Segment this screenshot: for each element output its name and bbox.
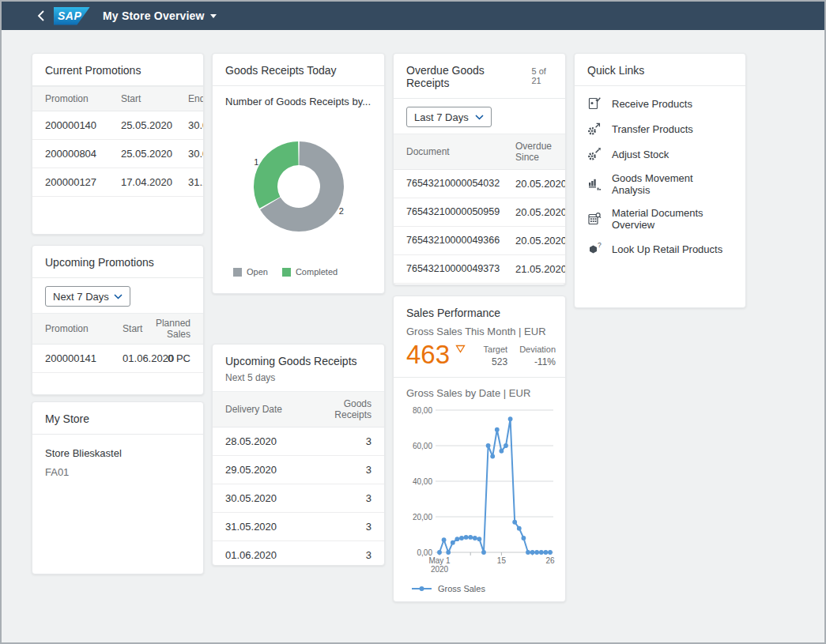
table-row[interactable]: 20000080425.05.202030.05.2020 bbox=[32, 140, 203, 168]
table-row[interactable]: 7654321000005096621.05.2020 bbox=[394, 284, 565, 286]
column-header: End bbox=[182, 87, 203, 111]
back-chevron-icon bbox=[36, 9, 46, 23]
upcoming-promotions-table: PromotionStartPlanned Sales 20000014101.… bbox=[32, 313, 203, 373]
overdue-goods-receipts-timeframe-select[interactable]: Last 7 Days bbox=[406, 107, 492, 127]
card-overdue-goods-receipts: Overdue Goods Receipts 5 of 21 Last 7 Da… bbox=[393, 53, 566, 285]
kpi-row: 463 Target 523 Deviation -11% bbox=[394, 341, 565, 377]
table-cell: 31.12.2030 bbox=[182, 168, 203, 197]
card-goods-receipts-today: Goods Receipts Today Number of Goods Rec… bbox=[212, 53, 385, 294]
quick-links-list: Receive Products Transfer Products bbox=[575, 91, 745, 262]
target-label: Target bbox=[484, 345, 508, 354]
table-cell: 25.05.2020 bbox=[115, 140, 182, 168]
card-title: Sales Performance bbox=[394, 296, 565, 328]
card-current-promotions: Current Promotions PromotionStartEnd 200… bbox=[32, 53, 204, 235]
chevron-down-icon bbox=[114, 294, 123, 299]
table-row[interactable]: 01.06.20203 bbox=[213, 541, 384, 567]
quick-link-look-up-retail-products[interactable]: ? Look Up Retail Products bbox=[575, 236, 745, 262]
table-row[interactable]: 28.05.20203 bbox=[213, 427, 384, 456]
table-row[interactable]: 30.05.20203 bbox=[213, 484, 384, 513]
table-cell: 01.06.2020 bbox=[213, 541, 299, 567]
legend-swatch-completed bbox=[282, 268, 291, 277]
quick-link-goods-movement-analysis[interactable]: Goods Movement Analysis bbox=[575, 167, 745, 201]
legend-label: Completed bbox=[296, 267, 338, 277]
quick-link-label: Receive Products bbox=[612, 98, 692, 110]
quick-link-label: Adjust Stock bbox=[612, 149, 669, 160]
legend-item-open[interactable]: Open bbox=[233, 267, 268, 277]
table-row[interactable]: 7654321000004937321.05.2020 bbox=[394, 255, 565, 284]
table-row[interactable]: 7654321000005403220.05.2020 bbox=[394, 170, 565, 198]
donut-legend: Open Completed bbox=[213, 262, 384, 277]
quick-link-transfer-products[interactable]: Transfer Products bbox=[575, 116, 745, 141]
quick-link-label: Material Documents Overview bbox=[612, 207, 733, 231]
table-cell: 28.05.2020 bbox=[213, 427, 299, 456]
column-header: Goods Receipts bbox=[299, 392, 385, 427]
legend-label: Open bbox=[247, 267, 268, 277]
table-cell: 20.05.2020 bbox=[509, 170, 565, 198]
kpi-deviation: Deviation -11% bbox=[519, 345, 556, 367]
table-cell: 01.06.2020 bbox=[116, 345, 140, 373]
table-row[interactable]: 20000012717.04.202031.12.2030 bbox=[32, 168, 203, 197]
quick-link-label: Transfer Products bbox=[612, 123, 693, 135]
table-cell: 200000804 bbox=[32, 140, 115, 168]
transfer-products-icon bbox=[587, 122, 602, 136]
card-sales-performance: Sales Performance Gross Sales This Month… bbox=[393, 296, 566, 602]
table-cell: 76543210000050966 bbox=[394, 284, 509, 286]
svg-text:?: ? bbox=[598, 242, 602, 249]
app-title-menu[interactable]: My Store Overview bbox=[103, 9, 217, 22]
upcoming-goods-receipts-table: Delivery DateGoods Receipts 28.05.202032… bbox=[213, 391, 384, 566]
table-row[interactable]: 20000014025.05.202030.05.2020 bbox=[32, 111, 203, 140]
legend-item-completed[interactable]: Completed bbox=[282, 267, 338, 277]
svg-text:40,00: 40,00 bbox=[413, 477, 432, 486]
sap-logo: SAP bbox=[54, 7, 90, 25]
card-title: Overdue Goods Receipts bbox=[394, 54, 532, 98]
back-button[interactable] bbox=[36, 9, 46, 23]
quick-link-receive-products[interactable]: Receive Products bbox=[575, 91, 745, 116]
table-cell: 21.05.2020 bbox=[509, 284, 565, 286]
select-value: Last 7 Days bbox=[414, 111, 469, 123]
table-cell: 30.05.2020 bbox=[213, 484, 299, 513]
svg-text:2020: 2020 bbox=[431, 565, 449, 574]
store-name: Store Blieskastel bbox=[32, 435, 203, 459]
table-cell: 3 bbox=[299, 484, 385, 513]
table-row[interactable]: 20000014101.06.20200 PC bbox=[32, 345, 203, 373]
chart-title: Gross Sales by Date | EUR bbox=[394, 378, 565, 401]
card-title: Goods Receipts Today bbox=[213, 54, 384, 86]
quick-link-label: Goods Movement Analysis bbox=[612, 172, 733, 196]
quick-link-adjust-stock[interactable]: Adjust Stock bbox=[575, 141, 745, 167]
adjust-stock-icon bbox=[587, 147, 602, 161]
column-header: Start bbox=[115, 87, 182, 111]
table-cell: 76543210000049366 bbox=[394, 227, 509, 255]
table-cell: 200000141 bbox=[32, 345, 116, 373]
svg-text:60,00: 60,00 bbox=[413, 442, 432, 450]
gross-sales-line-chart: 0,0020,0040,0060,0080,00May 120201526 bbox=[402, 401, 556, 579]
legend-swatch-open bbox=[233, 268, 242, 277]
upcoming-promotions-timeframe-select[interactable]: Next 7 Days bbox=[45, 286, 130, 307]
card-title: Upcoming Goods Receipts bbox=[213, 345, 384, 376]
record-count: 5 of 21 bbox=[532, 66, 556, 85]
column-header: Planned Sales bbox=[140, 314, 203, 345]
table-row[interactable]: 31.05.20203 bbox=[213, 513, 384, 541]
chevron-down-icon bbox=[475, 115, 484, 120]
card-quick-links: Quick Links Receive Products bbox=[574, 53, 746, 308]
table-row[interactable]: 7654321000004936620.05.2020 bbox=[394, 227, 565, 255]
card-upcoming-goods-receipts: Upcoming Goods Receipts Next 5 days Deli… bbox=[212, 344, 385, 566]
svg-text:80,00: 80,00 bbox=[413, 406, 432, 415]
chart-title: Number of Goods Receipts by... bbox=[213, 86, 384, 107]
column-header: Delivery Date bbox=[213, 392, 299, 427]
chevron-down-icon bbox=[210, 14, 217, 18]
card-title: My Store bbox=[32, 402, 203, 435]
legend-label: Gross Sales bbox=[438, 584, 485, 593]
table-cell: 76543210000050959 bbox=[394, 198, 509, 227]
sap-logo-text: SAP bbox=[54, 9, 81, 22]
table-cell: 200000140 bbox=[32, 111, 115, 140]
table-row[interactable]: 7654321000005095920.05.2020 bbox=[394, 198, 565, 227]
table-cell: 29.05.2020 bbox=[213, 456, 299, 484]
svg-text:0,00: 0,00 bbox=[417, 548, 433, 557]
quick-link-material-documents-overview[interactable]: Material Documents Overview bbox=[575, 201, 745, 236]
table-cell: 3 bbox=[299, 456, 385, 484]
legend-item-gross-sales[interactable]: Gross Sales bbox=[394, 582, 565, 593]
svg-text:15: 15 bbox=[497, 556, 507, 565]
target-value: 523 bbox=[484, 356, 508, 367]
line-series-legend-icon bbox=[411, 586, 432, 592]
table-row[interactable]: 29.05.20203 bbox=[213, 456, 384, 484]
